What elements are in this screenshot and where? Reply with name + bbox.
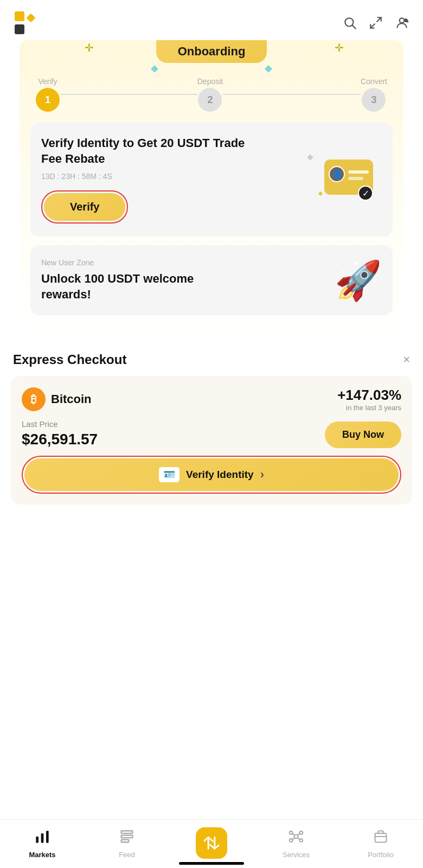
sparkle-left: ✛ bbox=[85, 41, 94, 54]
new-user-zone-label: New User Zone bbox=[41, 258, 382, 267]
express-checkout-title: Express Checkout bbox=[13, 352, 126, 367]
svg-point-19 bbox=[299, 839, 303, 842]
verify-button[interactable]: Verify bbox=[44, 193, 125, 221]
id-line-1 bbox=[348, 170, 369, 174]
bitcoin-info: ₿ Bitcoin bbox=[22, 387, 92, 411]
nav-services[interactable]: Services bbox=[254, 820, 338, 868]
svg-point-18 bbox=[290, 839, 293, 842]
last-price-label: Last Price bbox=[22, 419, 98, 429]
home-indicator bbox=[179, 862, 244, 865]
verify-card-title: Verify Identity to Get 20 USDT Trade Fee… bbox=[41, 136, 246, 167]
id-line-2 bbox=[348, 177, 363, 180]
verify-identity-arrow: › bbox=[260, 468, 264, 482]
profile-icon[interactable]: ✎ bbox=[394, 15, 410, 31]
svg-point-16 bbox=[290, 831, 293, 834]
step-line-2 bbox=[223, 94, 361, 95]
main-content: ✛ ✛ Onboarding Verify 1 Deposit 2 bbox=[0, 40, 423, 559]
svg-rect-24 bbox=[375, 833, 387, 842]
svg-line-21 bbox=[298, 833, 300, 835]
markets-label: Markets bbox=[29, 851, 55, 859]
bottom-nav: Markets Feed bbox=[0, 819, 423, 868]
step-circle-3: 3 bbox=[362, 88, 386, 112]
svg-point-17 bbox=[299, 831, 303, 834]
sparkle-dot-2 bbox=[318, 192, 323, 196]
services-label: Services bbox=[283, 851, 310, 859]
svg-line-23 bbox=[298, 838, 300, 840]
svg-rect-11 bbox=[121, 835, 133, 838]
portfolio-label: Portfolio bbox=[368, 851, 394, 859]
markets-icon bbox=[35, 829, 50, 848]
verify-identity-card: Verify Identity to Get 20 USDT Trade Fee… bbox=[30, 123, 393, 237]
svg-point-4 bbox=[400, 18, 405, 23]
onboarding-title: Onboarding bbox=[156, 40, 267, 63]
app-logo bbox=[13, 11, 37, 35]
bitcoin-change: +147.03% in the last 3 years bbox=[337, 387, 401, 412]
nav-feed[interactable]: Feed bbox=[85, 820, 169, 868]
step-circle-2: 2 bbox=[198, 88, 222, 112]
header-actions: ✎ bbox=[342, 15, 410, 31]
checkout-card: ₿ Bitcoin +147.03% in the last 3 years L… bbox=[11, 376, 412, 505]
last-price-group: Last Price $26,591.57 bbox=[22, 419, 98, 448]
logo-square-yellow bbox=[15, 11, 24, 21]
verify-id-card-icon: 🪪 bbox=[159, 467, 180, 482]
bitcoin-icon: ₿ bbox=[22, 387, 46, 411]
logo-square-dark bbox=[15, 24, 24, 34]
verify-identity-wrapper: 🪪 Verify Identity › bbox=[22, 456, 401, 494]
svg-line-3 bbox=[370, 24, 375, 28]
express-checkout-close[interactable]: × bbox=[403, 353, 410, 367]
express-checkout-header: Express Checkout × bbox=[11, 352, 412, 376]
svg-rect-7 bbox=[36, 837, 39, 843]
services-icon bbox=[289, 829, 304, 848]
svg-line-2 bbox=[377, 17, 381, 22]
checkout-top-row: ₿ Bitcoin +147.03% in the last 3 years bbox=[22, 387, 401, 412]
svg-line-20 bbox=[293, 833, 294, 835]
last-price-value: $26,591.57 bbox=[22, 431, 98, 448]
portfolio-icon bbox=[373, 829, 388, 848]
nav-portfolio[interactable]: Portfolio bbox=[338, 820, 423, 868]
svg-point-15 bbox=[294, 835, 298, 839]
diamond-left bbox=[151, 65, 158, 73]
step-line-1 bbox=[60, 94, 197, 95]
new-user-title: Unlock 100 USDT welcome rewards! bbox=[41, 271, 228, 302]
verify-identity-button[interactable]: 🪪 Verify Identity › bbox=[24, 458, 399, 491]
swap-button[interactable] bbox=[196, 827, 227, 859]
feed-icon bbox=[119, 829, 134, 848]
feed-label: Feed bbox=[119, 851, 135, 859]
bitcoin-change-period: in the last 3 years bbox=[337, 404, 401, 412]
svg-text:✎: ✎ bbox=[405, 18, 408, 23]
buy-now-button[interactable]: Buy Now bbox=[325, 422, 401, 448]
svg-rect-10 bbox=[121, 831, 133, 834]
diamond-right bbox=[265, 65, 272, 73]
bitcoin-change-percent: +147.03% bbox=[337, 387, 401, 404]
step-circle-1: 1 bbox=[36, 88, 60, 112]
step-verify: Verify 1 bbox=[36, 77, 60, 112]
sparkle-decoration bbox=[307, 154, 313, 160]
onboarding-steps: Verify 1 Deposit 2 Convert 3 bbox=[30, 73, 393, 123]
step-deposit: Deposit 2 bbox=[197, 77, 223, 112]
verify-identity-label: Verify Identity bbox=[186, 469, 254, 481]
new-user-zone-card: New User Zone Unlock 100 USDT welcome re… bbox=[30, 245, 393, 315]
search-icon[interactable] bbox=[342, 15, 358, 31]
svg-line-1 bbox=[352, 25, 356, 29]
rocket-illustration: 🚀 bbox=[335, 261, 382, 299]
svg-line-22 bbox=[293, 838, 294, 840]
bitcoin-name: Bitcoin bbox=[51, 392, 92, 406]
logo-diamond bbox=[26, 14, 35, 23]
express-checkout-section: Express Checkout × ₿ Bitcoin +147.03% in… bbox=[11, 352, 412, 505]
step-convert: Convert 3 bbox=[361, 77, 387, 112]
onboarding-banner: ✛ ✛ Onboarding Verify 1 Deposit 2 bbox=[20, 40, 403, 339]
svg-rect-8 bbox=[41, 833, 44, 843]
id-avatar: 👤 bbox=[329, 166, 345, 182]
checkout-mid-row: Last Price $26,591.57 Buy Now bbox=[22, 419, 401, 448]
id-check-badge: ✓ bbox=[358, 186, 373, 201]
svg-rect-9 bbox=[46, 831, 49, 843]
nav-markets[interactable]: Markets bbox=[0, 820, 85, 868]
header: ✎ bbox=[0, 0, 423, 40]
nav-swap[interactable] bbox=[169, 820, 254, 868]
fullscreen-icon[interactable] bbox=[368, 15, 384, 31]
svg-rect-12 bbox=[121, 840, 129, 843]
sparkle-right: ✛ bbox=[335, 41, 344, 54]
id-lines bbox=[348, 170, 369, 180]
verify-button-wrapper: Verify bbox=[41, 190, 128, 224]
id-card-illustration: 👤 ✓ bbox=[313, 155, 373, 204]
